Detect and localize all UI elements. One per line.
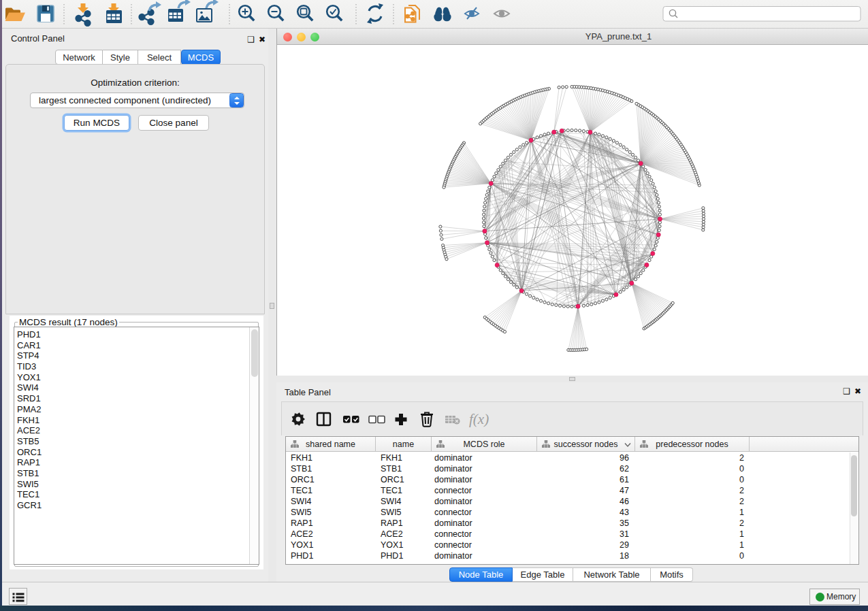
- svg-text:f(x): f(x): [469, 411, 489, 427]
